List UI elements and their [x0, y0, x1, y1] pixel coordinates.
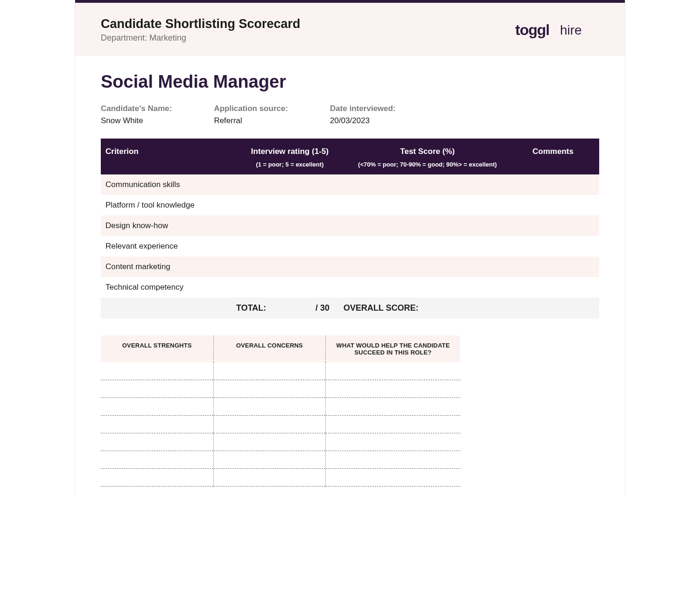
total-label: TOTAL:: [236, 303, 266, 313]
criterion-name: Platform / tool knowledge: [105, 201, 236, 210]
meta-candidate: Candidate's Name: Snow White: [101, 104, 172, 125]
criterion-name: Technical competency: [105, 283, 236, 292]
col-score-hint: (<70% = poor; 70-90% = good; 90%> = exce…: [343, 161, 511, 168]
document-body: Social Media Manager Candidate's Name: S…: [75, 56, 625, 496]
score-table-header: Criterion Interview rating (1-5) Test Sc…: [101, 139, 599, 174]
criteria-row: Relevant experience: [101, 236, 599, 257]
col-rating-label: Interview rating (1-5): [236, 147, 343, 156]
overall-score-label: OVERALL SCORE:: [343, 303, 511, 313]
document-page: Candidate Shortlisting Scorecard Departm…: [75, 0, 625, 496]
col-comments-label: Comments: [511, 147, 595, 156]
notes-col-strengths-label: OVERALL STRENGHTS: [101, 335, 213, 362]
total-max: / 30: [315, 303, 329, 313]
notes-col-help: [325, 362, 460, 487]
col-score-label: Test Score (%): [343, 147, 511, 156]
notes-section: OVERALL STRENGHTS OVERALL CONCERNS WHAT …: [101, 335, 460, 487]
meta-value: Snow White: [101, 116, 172, 125]
meta-value: Referral: [214, 116, 288, 125]
notes-body: [101, 362, 460, 487]
notes-col-help-label: WHAT WOULD HELP THE CANDIDATE SUCCEED IN…: [325, 335, 460, 362]
criteria-row: Design know-how: [101, 216, 599, 236]
notes-header: OVERALL STRENGHTS OVERALL CONCERNS WHAT …: [101, 335, 460, 362]
header-text-block: Candidate Shortlisting Scorecard Departm…: [101, 17, 301, 43]
col-rating-hint: (1 = poor; 5 = excellent): [236, 161, 343, 168]
svg-text:toggl: toggl: [515, 21, 549, 38]
criterion-name: Communication skills: [105, 180, 236, 189]
criterion-name: Relevant experience: [105, 242, 236, 251]
meta-label: Candidate's Name:: [101, 104, 172, 113]
header-title: Candidate Shortlisting Scorecard: [101, 17, 301, 31]
notes-col-concerns: [213, 362, 326, 487]
criteria-row: Technical competency: [101, 277, 599, 298]
toggl-logo-icon: toggl hire: [515, 20, 599, 41]
role-title: Social Media Manager: [101, 72, 599, 92]
header-subtitle: Department: Marketing: [101, 33, 301, 43]
meta-date: Date interviewed: 20/03/2023: [330, 104, 396, 125]
meta-source: Application source: Referral: [214, 104, 288, 125]
document-header: Candidate Shortlisting Scorecard Departm…: [75, 3, 625, 56]
criteria-row: Content marketing: [101, 257, 599, 277]
meta-label: Application source:: [214, 104, 288, 113]
criterion-name: Design know-how: [105, 221, 236, 230]
criteria-row: Communication skills: [101, 174, 599, 195]
candidate-meta-row: Candidate's Name: Snow White Application…: [101, 104, 599, 125]
meta-label: Date interviewed:: [330, 104, 396, 113]
meta-value: 20/03/2023: [330, 116, 396, 125]
col-criterion-label: Criterion: [105, 147, 236, 156]
notes-col-strengths: [101, 362, 213, 487]
criterion-name: Content marketing: [105, 262, 236, 271]
totals-row: TOTAL: / 30 OVERALL SCORE:: [101, 298, 599, 319]
toggl-hire-logo: toggl hire: [515, 17, 599, 41]
notes-col-concerns-label: OVERALL CONCERNS: [213, 335, 326, 362]
svg-text:hire: hire: [560, 23, 582, 37]
criteria-row: Platform / tool knowledge: [101, 195, 599, 216]
